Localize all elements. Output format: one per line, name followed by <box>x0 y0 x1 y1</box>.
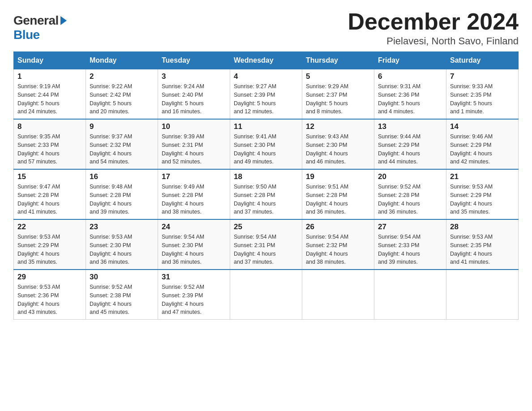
day-number: 1 <box>17 72 82 81</box>
table-row: 28 Sunrise: 9:53 AMSunset: 2:35 PMDaylig… <box>446 219 519 270</box>
day-info: Sunrise: 9:19 AMSunset: 2:44 PMDaylight:… <box>17 82 82 116</box>
col-sunday: Sunday <box>14 52 86 69</box>
day-info: Sunrise: 9:31 AMSunset: 2:36 PMDaylight:… <box>378 82 442 116</box>
table-row: 15 Sunrise: 9:47 AMSunset: 2:28 PMDaylig… <box>14 169 86 219</box>
day-number: 27 <box>378 223 442 231</box>
table-row: 7 Sunrise: 9:33 AMSunset: 2:35 PMDayligh… <box>446 69 519 120</box>
day-number: 9 <box>90 122 154 131</box>
table-row: 29 Sunrise: 9:53 AMSunset: 2:36 PMDaylig… <box>14 270 86 320</box>
table-row: 10 Sunrise: 9:39 AMSunset: 2:31 PMDaylig… <box>158 119 230 169</box>
day-number: 16 <box>90 172 154 181</box>
col-thursday: Thursday <box>302 52 374 69</box>
table-row: 24 Sunrise: 9:54 AMSunset: 2:30 PMDaylig… <box>158 219 230 270</box>
day-number: 28 <box>450 223 515 231</box>
day-number: 17 <box>162 172 226 181</box>
day-info: Sunrise: 9:54 AMSunset: 2:32 PMDaylight:… <box>306 233 370 266</box>
day-number: 5 <box>306 72 370 81</box>
day-info: Sunrise: 9:41 AMSunset: 2:30 PMDaylight:… <box>234 133 298 166</box>
table-row <box>374 270 446 320</box>
table-row <box>230 270 302 320</box>
day-number: 23 <box>90 223 154 231</box>
day-number: 30 <box>90 273 154 282</box>
table-row: 21 Sunrise: 9:53 AMSunset: 2:29 PMDaylig… <box>446 169 519 219</box>
day-number: 8 <box>17 122 82 131</box>
table-row: 17 Sunrise: 9:49 AMSunset: 2:28 PMDaylig… <box>158 169 230 219</box>
day-number: 21 <box>450 172 515 181</box>
day-number: 6 <box>378 72 442 81</box>
col-monday: Monday <box>86 52 158 69</box>
table-row: 19 Sunrise: 9:51 AMSunset: 2:28 PMDaylig… <box>302 169 374 219</box>
day-info: Sunrise: 9:54 AMSunset: 2:30 PMDaylight:… <box>162 233 226 266</box>
logo-blue-text: Blue <box>13 28 40 42</box>
table-row: 18 Sunrise: 9:50 AMSunset: 2:28 PMDaylig… <box>230 169 302 219</box>
day-info: Sunrise: 9:51 AMSunset: 2:28 PMDaylight:… <box>306 183 370 216</box>
day-number: 11 <box>234 122 298 131</box>
col-saturday: Saturday <box>446 52 519 69</box>
day-number: 2 <box>90 72 154 81</box>
header-row: Sunday Monday Tuesday Wednesday Thursday… <box>14 52 519 69</box>
day-number: 19 <box>306 172 370 181</box>
day-info: Sunrise: 9:29 AMSunset: 2:37 PMDaylight:… <box>306 82 370 116</box>
table-row: 4 Sunrise: 9:27 AMSunset: 2:39 PMDayligh… <box>230 69 302 120</box>
day-number: 26 <box>306 223 370 231</box>
table-row: 22 Sunrise: 9:53 AMSunset: 2:29 PMDaylig… <box>14 219 86 270</box>
day-number: 13 <box>378 122 442 131</box>
day-number: 31 <box>162 273 226 282</box>
day-info: Sunrise: 9:48 AMSunset: 2:28 PMDaylight:… <box>90 183 154 216</box>
table-row: 26 Sunrise: 9:54 AMSunset: 2:32 PMDaylig… <box>302 219 374 270</box>
day-info: Sunrise: 9:24 AMSunset: 2:40 PMDaylight:… <box>162 82 226 116</box>
day-info: Sunrise: 9:52 AMSunset: 2:39 PMDaylight:… <box>162 283 226 317</box>
table-row: 1 Sunrise: 9:19 AMSunset: 2:44 PMDayligh… <box>14 69 86 120</box>
table-row: 14 Sunrise: 9:46 AMSunset: 2:29 PMDaylig… <box>446 119 519 169</box>
table-row: 16 Sunrise: 9:48 AMSunset: 2:28 PMDaylig… <box>86 169 158 219</box>
table-row: 12 Sunrise: 9:43 AMSunset: 2:30 PMDaylig… <box>302 119 374 169</box>
day-info: Sunrise: 9:54 AMSunset: 2:31 PMDaylight:… <box>234 233 298 266</box>
day-number: 20 <box>378 172 442 181</box>
day-info: Sunrise: 9:49 AMSunset: 2:28 PMDaylight:… <box>162 183 226 216</box>
day-number: 3 <box>162 72 226 81</box>
table-row: 3 Sunrise: 9:24 AMSunset: 2:40 PMDayligh… <box>158 69 230 120</box>
day-info: Sunrise: 9:27 AMSunset: 2:39 PMDaylight:… <box>234 82 298 116</box>
day-info: Sunrise: 9:52 AMSunset: 2:28 PMDaylight:… <box>378 183 442 216</box>
day-info: Sunrise: 9:53 AMSunset: 2:29 PMDaylight:… <box>450 183 515 216</box>
table-row: 30 Sunrise: 9:52 AMSunset: 2:38 PMDaylig… <box>86 270 158 320</box>
day-info: Sunrise: 9:35 AMSunset: 2:33 PMDaylight:… <box>17 133 82 166</box>
table-row: 2 Sunrise: 9:22 AMSunset: 2:42 PMDayligh… <box>86 69 158 120</box>
day-info: Sunrise: 9:47 AMSunset: 2:28 PMDaylight:… <box>17 183 82 216</box>
day-info: Sunrise: 9:46 AMSunset: 2:29 PMDaylight:… <box>450 133 515 166</box>
table-row: 27 Sunrise: 9:54 AMSunset: 2:33 PMDaylig… <box>374 219 446 270</box>
day-info: Sunrise: 9:53 AMSunset: 2:36 PMDaylight:… <box>17 283 82 317</box>
table-row: 6 Sunrise: 9:31 AMSunset: 2:36 PMDayligh… <box>374 69 446 120</box>
day-number: 4 <box>234 72 298 81</box>
col-friday: Friday <box>374 52 446 69</box>
table-row: 8 Sunrise: 9:35 AMSunset: 2:33 PMDayligh… <box>14 119 86 169</box>
month-title: December 2024 <box>348 9 519 34</box>
day-number: 25 <box>234 223 298 231</box>
table-row: 23 Sunrise: 9:53 AMSunset: 2:30 PMDaylig… <box>86 219 158 270</box>
day-info: Sunrise: 9:44 AMSunset: 2:29 PMDaylight:… <box>378 133 442 166</box>
day-info: Sunrise: 9:54 AMSunset: 2:33 PMDaylight:… <box>378 233 442 266</box>
day-number: 29 <box>17 273 82 282</box>
day-number: 7 <box>450 72 515 81</box>
table-row <box>446 270 519 320</box>
day-number: 24 <box>162 223 226 231</box>
day-info: Sunrise: 9:52 AMSunset: 2:38 PMDaylight:… <box>90 283 154 317</box>
day-number: 10 <box>162 122 226 131</box>
table-row <box>302 270 374 320</box>
table-row: 13 Sunrise: 9:44 AMSunset: 2:29 PMDaylig… <box>374 119 446 169</box>
table-row: 11 Sunrise: 9:41 AMSunset: 2:30 PMDaylig… <box>230 119 302 169</box>
table-row: 5 Sunrise: 9:29 AMSunset: 2:37 PMDayligh… <box>302 69 374 120</box>
day-info: Sunrise: 9:53 AMSunset: 2:29 PMDaylight:… <box>17 233 82 266</box>
day-number: 12 <box>306 122 370 131</box>
location-title: Pielavesi, North Savo, Finland <box>348 35 519 47</box>
table-row: 31 Sunrise: 9:52 AMSunset: 2:39 PMDaylig… <box>158 270 230 320</box>
day-info: Sunrise: 9:50 AMSunset: 2:28 PMDaylight:… <box>234 183 298 216</box>
title-block: December 2024 Pielavesi, North Savo, Fin… <box>348 9 519 47</box>
logo: General Blue <box>13 13 67 42</box>
logo-arrow-icon <box>60 16 67 25</box>
day-number: 22 <box>17 223 82 231</box>
header: General Blue December 2024 Pielavesi, No… <box>13 9 519 47</box>
col-wednesday: Wednesday <box>230 52 302 69</box>
day-info: Sunrise: 9:53 AMSunset: 2:35 PMDaylight:… <box>450 233 515 266</box>
day-info: Sunrise: 9:39 AMSunset: 2:31 PMDaylight:… <box>162 133 226 166</box>
